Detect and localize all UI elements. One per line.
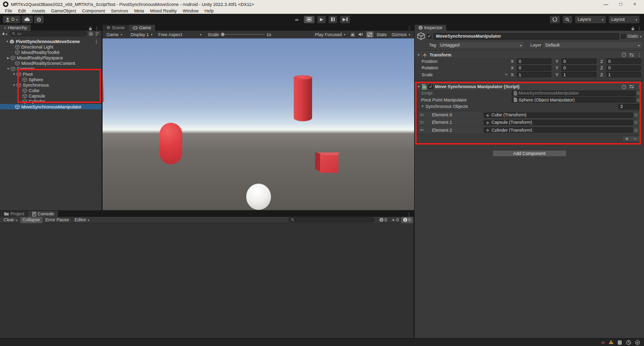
rotation-z-field[interactable] xyxy=(606,65,641,71)
chevron-down-icon[interactable]: ▼ xyxy=(5,40,9,43)
element-row-1[interactable]: Element 1 Capsule (Transform) ⊙ xyxy=(418,119,641,126)
close-button[interactable]: × xyxy=(633,1,636,7)
layout-dropdown[interactable]: Layout▾ xyxy=(609,16,640,23)
drag-handle-icon[interactable] xyxy=(420,121,425,123)
layer-dropdown[interactable]: Default▾ xyxy=(543,42,642,48)
transform-header[interactable]: ▼ Transform ? ⋮ xyxy=(415,51,644,58)
tab-hierarchy[interactable]: ≡ Hierarchy xyxy=(0,25,31,31)
chevron-down-icon[interactable]: ▼ xyxy=(12,84,16,87)
drag-handle-icon[interactable] xyxy=(420,114,425,116)
component-enabled-checkbox[interactable] xyxy=(429,85,433,89)
hierarchy-search-input[interactable] xyxy=(17,32,84,36)
hierarchy-item[interactable]: MixedRealitySceneContent xyxy=(0,60,102,66)
tab-project[interactable]: Project xyxy=(0,211,28,217)
alert-icon[interactable] xyxy=(609,340,613,345)
rotation-y-input[interactable] xyxy=(563,65,594,70)
account-button[interactable]: D ▾ xyxy=(3,16,20,23)
add-component-button[interactable]: Add Component xyxy=(492,150,567,157)
kebab-menu-icon[interactable]: ⋮ xyxy=(407,26,412,31)
tab-console[interactable]: Console xyxy=(28,211,58,217)
remove-element-button[interactable]: − xyxy=(631,136,640,142)
console-log-area[interactable] xyxy=(0,223,414,338)
add-element-button[interactable]: + xyxy=(623,136,631,142)
position-y-input[interactable] xyxy=(563,59,594,64)
maximize-button[interactable]: □ xyxy=(619,1,622,7)
name-input[interactable] xyxy=(436,34,617,39)
array-size-field[interactable] xyxy=(618,104,641,109)
scene-picker-icon[interactable] xyxy=(89,32,93,36)
play-focused-dropdown[interactable]: Play Focused▾ xyxy=(313,31,347,38)
scale-y-field[interactable] xyxy=(561,72,596,77)
chevron-down-icon[interactable]: ▼ xyxy=(6,67,10,70)
presets-icon[interactable] xyxy=(629,85,634,89)
element-object-field[interactable]: Capsule (Transform) xyxy=(483,120,633,125)
error-count-badge[interactable]: !0 xyxy=(401,217,413,223)
static-checkbox[interactable] xyxy=(621,34,626,39)
pause-button[interactable] xyxy=(329,16,337,23)
array-size-input[interactable] xyxy=(620,104,639,109)
progress-icon[interactable] xyxy=(626,340,631,345)
drag-handle-icon[interactable] xyxy=(420,129,425,131)
kebab-menu-icon[interactable]: ⋮ xyxy=(407,212,411,217)
hierarchy-item-selected[interactable]: MoveSynchronousManipulator xyxy=(0,104,102,109)
console-search-input[interactable] xyxy=(296,218,373,222)
menu-services[interactable]: Services xyxy=(108,8,131,13)
position-z-field[interactable] xyxy=(606,58,641,64)
object-picker-icon[interactable]: ⊙ xyxy=(633,112,639,117)
menu-window[interactable]: Window xyxy=(180,8,202,13)
scale-y-input[interactable] xyxy=(563,72,594,77)
vsync-toggle[interactable] xyxy=(366,31,374,38)
object-picker-icon[interactable]: ⊙ xyxy=(633,120,639,125)
aspect-dropdown[interactable]: Free Aspect▾ xyxy=(157,31,204,38)
cloud-button[interactable] xyxy=(22,16,33,23)
chevron-right-icon[interactable]: ▶ xyxy=(6,56,10,59)
menu-mixed-reality[interactable]: Mixed Reality xyxy=(147,8,180,13)
search-button[interactable] xyxy=(563,16,572,23)
layers-dropdown[interactable]: Layers▾ xyxy=(575,16,606,23)
object-picker-icon[interactable]: ⊙ xyxy=(633,128,639,133)
tag-dropdown[interactable]: Untagged▾ xyxy=(438,42,524,48)
menu-component[interactable]: Component xyxy=(79,8,108,13)
rotation-x-field[interactable] xyxy=(517,65,551,71)
hierarchy-item[interactable]: Sphere xyxy=(0,77,102,82)
menu-help[interactable]: Help xyxy=(202,8,217,13)
gameobject-name-field[interactable] xyxy=(433,33,619,40)
menu-edit[interactable]: Edit xyxy=(15,8,29,13)
menu-assets[interactable]: Assets xyxy=(29,8,48,13)
element-row-2[interactable]: Element 2 Cylinder (Transform) ⊙ xyxy=(418,126,641,134)
pivot-object-field[interactable]: Sphere (Object Manipulator) xyxy=(512,97,636,102)
element-row-0[interactable]: Element 0 Cube (Transform) ⊙ xyxy=(418,111,641,119)
rotation-z-input[interactable] xyxy=(608,65,639,70)
help-icon[interactable]: ? xyxy=(622,52,626,57)
hierarchy-item[interactable]: ▶MixedRealityPlayspace xyxy=(0,55,102,60)
editor-dropdown[interactable]: Editor▾ xyxy=(72,217,93,223)
scale-z-field[interactable] xyxy=(606,72,641,77)
minimize-button[interactable]: — xyxy=(603,1,608,7)
hierarchy-item[interactable]: ▼Contents xyxy=(0,66,102,71)
tab-game[interactable]: Game xyxy=(129,25,156,31)
services-button[interactable] xyxy=(34,16,44,23)
warning-count-badge[interactable]: ▲0 xyxy=(389,217,401,223)
collapse-toggle[interactable]: Collapse xyxy=(20,217,43,223)
clear-button[interactable]: Clear▾ xyxy=(1,217,20,223)
scale-x-input[interactable] xyxy=(519,72,549,77)
foldout-icon[interactable]: ▼ xyxy=(417,53,420,56)
hierarchy-item[interactable]: ▼Pivot xyxy=(0,71,102,77)
scale-x-field[interactable] xyxy=(517,72,551,77)
position-x-field[interactable] xyxy=(517,58,551,64)
tab-scene[interactable]: Scene xyxy=(103,25,129,31)
cache-server-icon[interactable] xyxy=(617,340,622,345)
chevron-down-icon[interactable]: ▼ xyxy=(12,73,16,76)
kebab-menu-icon[interactable]: ⋮ xyxy=(94,39,102,44)
kebab-menu-icon[interactable]: ⋮ xyxy=(637,26,642,31)
presets-icon[interactable] xyxy=(629,53,634,57)
meta-link-button[interactable]: ∞ xyxy=(293,16,301,23)
hierarchy-item[interactable]: ▼Synchronous xyxy=(0,82,102,88)
hierarchy-item[interactable]: Directional Light xyxy=(0,44,102,49)
foldout-icon[interactable]: ▼ xyxy=(421,105,426,108)
undo-history-button[interactable] xyxy=(550,16,560,23)
active-checkbox[interactable] xyxy=(427,34,431,39)
position-x-input[interactable] xyxy=(519,59,549,64)
lock-icon[interactable] xyxy=(89,26,92,31)
scale-z-input[interactable] xyxy=(608,72,639,77)
